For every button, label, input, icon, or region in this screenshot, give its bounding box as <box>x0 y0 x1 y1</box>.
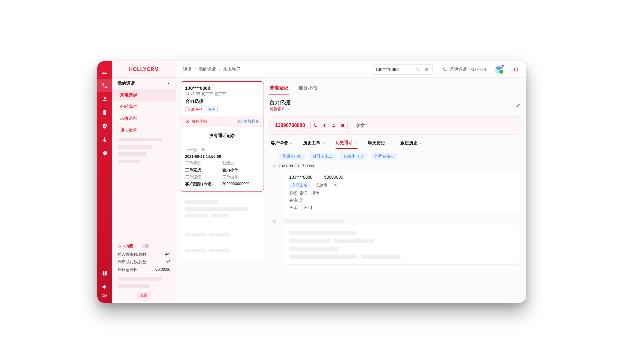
telephone-icon <box>442 67 447 72</box>
call-from: 133****8888 <box>289 175 313 180</box>
chevron-up-icon <box>289 141 293 145</box>
timeline-timestamp: 2021-08-23 17:00:00 <box>279 164 520 168</box>
rail-tickets-icon[interactable] <box>97 106 112 119</box>
svg-point-0 <box>186 120 189 123</box>
stat-incoming: 呼入接听数/总数4/5 <box>112 251 176 258</box>
subtab-history-calls[interactable]: 历史通话 <box>336 140 358 149</box>
call-column: 138****8888 14:47:55 北京市 北京市 合力亿捷 百度SEO … <box>181 81 264 297</box>
power-icon[interactable] <box>513 66 519 72</box>
rail-calls-icon[interactable] <box>97 79 112 92</box>
breadcrumb: 通话/ 我的通话/ 来电弹屏 <box>183 67 241 72</box>
subtab-chat-history[interactable]: 聊天历史 <box>368 140 390 149</box>
call-to: 58800000 <box>324 175 343 180</box>
rail-announce-icon[interactable] <box>97 280 112 294</box>
user-avatar[interactable] <box>495 65 503 74</box>
service-summary-button[interactable]: 服务小结 <box>185 119 207 124</box>
stat-skeleton <box>118 284 150 288</box>
tag-baidu-seo: 百度SEO <box>185 106 204 112</box>
menu-icon[interactable] <box>97 65 112 79</box>
chevron-down-icon <box>354 141 358 145</box>
rail-xm-label[interactable]: XM <box>102 294 107 298</box>
crumb: 来电弹屏 <box>223 67 240 72</box>
action-card-icon[interactable] <box>338 121 347 130</box>
sidebar: HOLLYCRM 我的通话 来电弹屏 外呼弹屏 未接来电 通话记录 小结 排队 … <box>112 61 176 303</box>
nav-skeleton <box>118 145 153 149</box>
tab-service-summary[interactable]: 服务小结 <box>298 82 318 95</box>
app-window: XM HOLLYCRM 我的通话 来电弹屏 外呼弹屏 未接来电 通话记录 小结 … <box>97 61 526 303</box>
nav-skeleton <box>118 152 146 156</box>
brand-logo: HOLLYCRM <box>112 61 176 78</box>
call-type-filters: 普通来电:0 外呼去电:1 转接来电:0 外呼转接:0 <box>269 153 520 160</box>
last-ticket-grid: 上一次工单 2021-08-23 14:50:09 工单状态创建人 工单完成合力… <box>181 145 264 191</box>
content: 138****8888 14:47:55 北京市 北京市 合力亿捷 百度SEO … <box>176 78 526 303</box>
customer-phone-bar: 13896788888 李女士 <box>269 116 520 135</box>
filter-outgoing[interactable]: 外呼去电:1 <box>309 153 336 160</box>
stat-outgoing: 外呼成功数/总数1/2 <box>112 258 176 266</box>
chevron-down-icon <box>287 108 291 111</box>
rail-customers-icon[interactable] <box>97 92 112 106</box>
more-button[interactable]: 更多 <box>137 292 151 299</box>
chevron-down-icon <box>386 141 390 145</box>
nav-item-call-records[interactable]: 通话记录 <box>112 124 176 136</box>
crumb[interactable]: 通话 <box>183 67 192 72</box>
main-tabs: 来电登记 服务小结 <box>268 81 522 95</box>
waveform-icon[interactable] <box>333 183 339 188</box>
nav-group-label: 我的通话 <box>118 81 135 86</box>
nav-skeleton <box>118 138 162 141</box>
chevron-down-icon <box>321 141 325 145</box>
rail-shield-icon[interactable] <box>97 119 112 133</box>
add-tag-button[interactable]: 添加标签 <box>238 119 259 124</box>
chevron-down-icon <box>419 141 422 145</box>
rail-settings-icon[interactable] <box>97 146 112 160</box>
tab-incoming-register[interactable]: 来电登记 <box>269 82 289 95</box>
main-area: 通话/ 我的通话/ 来电弹屏 138****8888 普通通话 00:01:28 <box>176 61 526 303</box>
call-status: 普通通话 00:01:28 <box>442 67 486 72</box>
call-timeline: 2021-08-23 17:00:00 133****8888 → 588000… <box>273 164 520 265</box>
edit-icon[interactable] <box>516 103 520 108</box>
nav-item-missed[interactable]: 未接来电 <box>112 113 176 124</box>
stat-duration: 外呼总时长00:00:00 <box>112 266 176 274</box>
filter-incoming[interactable]: 普通来电:0 <box>279 153 305 160</box>
nav-item-incoming-popup[interactable]: 来电弹屏 <box>112 89 176 101</box>
timeline-skeleton-card <box>284 225 519 265</box>
customer-phone: 13896788888 <box>275 123 305 128</box>
nav-item-outgoing-popup[interactable]: 外呼弹屏 <box>112 101 176 113</box>
call-number: 138****8888 <box>185 85 259 91</box>
customer-name: 合力亿捷 <box>269 99 291 106</box>
action-call-icon[interactable] <box>311 121 320 130</box>
rail-analytics-icon[interactable] <box>97 133 112 146</box>
card-icon[interactable] <box>424 67 429 72</box>
topbar: 通话/ 我的通话/ 来电弹屏 138****8888 普通通话 00:01:28 <box>176 61 526 78</box>
detail-sub-tabs: 客户详情 历史工单 历史通话 聊天历史 跟进历史 <box>269 140 520 149</box>
sidebar-tab-queue[interactable]: 排队 <box>141 243 151 249</box>
filter-transfer-in[interactable]: 转接来电:0 <box>340 153 366 160</box>
nav-group-my-calls[interactable]: 我的通话 <box>112 78 176 89</box>
call-card-skeleton <box>181 196 264 260</box>
ticket-number-link[interactable]: 2020000000001 <box>222 182 259 187</box>
subtab-customer-detail[interactable]: 客户详情 <box>271 140 293 149</box>
arrow-right-icon: → <box>316 175 321 180</box>
sidebar-tab-summary[interactable]: 小结 <box>118 243 133 249</box>
subtab-follow-history[interactable]: 跟进历史 <box>400 140 422 149</box>
call-meta: 14:47:55 北京市 北京市 <box>185 91 259 97</box>
subtab-history-tickets[interactable]: 历史工单 <box>303 140 325 149</box>
chevron-up-icon <box>167 82 171 85</box>
call-corp: 合力亿捷 <box>185 98 259 104</box>
dial-input[interactable]: 138****8888 <box>375 67 412 72</box>
action-mobile-icon[interactable] <box>320 121 329 130</box>
rail-book-icon[interactable] <box>97 267 112 280</box>
nav-skeleton <box>118 160 140 163</box>
detail-column: 来电登记 服务小结 合力亿捷 兴趣客户 13896788888 <box>268 81 522 297</box>
phone-action-group <box>310 121 348 130</box>
action-person-icon[interactable] <box>329 121 338 130</box>
customer-category[interactable]: 兴趣客户 <box>269 107 291 112</box>
contact-name: 李女士 <box>356 123 370 128</box>
phone-icon[interactable] <box>416 67 421 72</box>
tag-consult: 咨询 <box>206 106 218 112</box>
stat-skeleton <box>118 277 162 280</box>
filter-transfer-out[interactable]: 外呼转接:0 <box>371 153 397 160</box>
sidebar-bottom-tabs: 小结 排队 <box>112 239 176 251</box>
timeline-call-card: 133****8888 → 58800000 外呼去电 已接听 标签: 咨询 撞… <box>284 171 519 214</box>
nav-rail: XM <box>97 61 112 303</box>
crumb[interactable]: 我的通话 <box>199 67 216 72</box>
